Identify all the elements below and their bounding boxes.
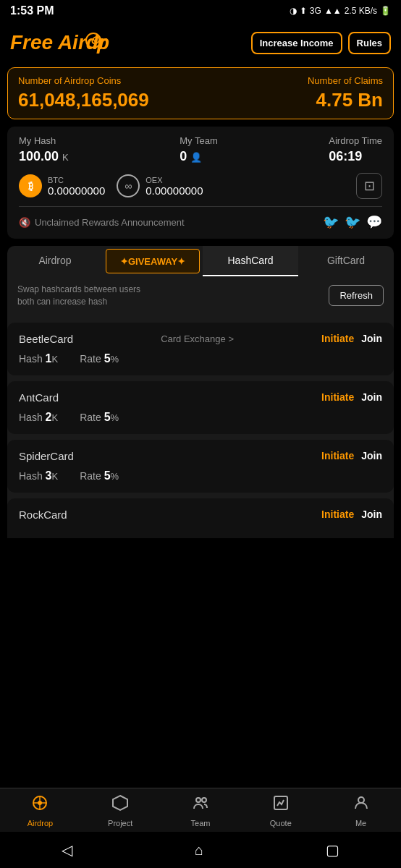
spider-rate-stat: Rate 5%: [80, 469, 119, 482]
btc-value: 0.00000000: [48, 184, 105, 197]
beetle-hash-stat: Hash 1K: [19, 352, 58, 365]
table-row: RockCard Initiate Join: [7, 498, 394, 538]
home-button[interactable]: ⌂: [195, 842, 203, 859]
back-button[interactable]: ◁: [62, 841, 72, 859]
oex-icon: ∞: [117, 174, 140, 197]
airdrop-coins-stat: Number of Airdrop Coins 61,048,165,069: [18, 75, 149, 111]
airdrop-coins-value: 61,048,165,069: [18, 89, 149, 111]
quote-nav-icon: [272, 794, 290, 816]
spider-hash-stat: Hash 3K: [19, 469, 58, 482]
svg-marker-8: [113, 796, 127, 810]
hashcard-area: Swap hashcards between usersboth can inc…: [7, 276, 394, 323]
wifi-icon: ▲▲: [324, 6, 342, 16]
twitter-icon-1[interactable]: 🐦: [323, 214, 339, 230]
nav-project-label: Project: [108, 819, 132, 827]
announcement-bar: 🔇 Unclaimed Rewards Announcement 🐦 🐦 💬: [19, 206, 382, 230]
beetle-initiate-button[interactable]: Initiate: [321, 333, 354, 344]
recent-button[interactable]: ▢: [326, 841, 339, 859]
airdrop-time-col: Airdrop Time 06:19: [329, 135, 382, 164]
me-nav-icon: [353, 794, 370, 816]
spider-card-name: SpiderCard: [19, 450, 74, 462]
my-hash-col: My Hash 100.00 K: [19, 135, 69, 164]
spider-join-button[interactable]: Join: [361, 450, 382, 461]
nav-me-label: Me: [355, 819, 366, 827]
status-time: 1:53 PM: [10, 4, 54, 17]
discord-icon[interactable]: 💬: [366, 214, 382, 230]
ant-rate-stat: Rate 5%: [80, 411, 119, 424]
crypto-row: ₿ BTC 0.00000000 ∞ OEX 0.00000000 ⊡: [19, 173, 382, 199]
claims-stat: Number of Claims 4.75 Bn: [308, 75, 383, 111]
team-nav-icon: [192, 794, 209, 816]
hashcard-desc-text: Swap hashcards between usersboth can inc…: [17, 284, 140, 308]
ant-card-stats: Hash 2K Rate 5%: [19, 411, 382, 424]
airdrop-nav-icon: [31, 794, 48, 816]
svg-point-7: [38, 801, 42, 805]
refresh-button[interactable]: Refresh: [329, 285, 384, 306]
nav-airdrop-label: Airdrop: [28, 819, 53, 827]
rock-card-actions: Initiate Join: [321, 509, 382, 520]
battery-icon: 🔋: [380, 6, 391, 16]
table-row: BeetleCard Card Exchange > Initiate Join…: [7, 323, 394, 375]
header-buttons: Increase Income Rules: [251, 32, 391, 55]
timer-icon: ◑: [290, 6, 297, 16]
nav-me[interactable]: Me: [321, 794, 401, 827]
cards-list: BeetleCard Card Exchange > Initiate Join…: [7, 323, 394, 538]
svg-point-12: [358, 797, 364, 803]
stats-banner: Number of Airdrop Coins 61,048,165,069 N…: [7, 67, 394, 119]
rock-initiate-button[interactable]: Initiate: [321, 509, 354, 520]
header: Free Airdr ⊙ p Increase Income Rules: [0, 22, 401, 67]
oex-label: OEX: [145, 176, 203, 184]
claims-label: Number of Claims: [308, 75, 383, 86]
rock-join-button[interactable]: Join: [361, 509, 382, 520]
twitter-icon-2[interactable]: 🐦: [345, 214, 360, 230]
ant-hash-stat: Hash 2K: [19, 411, 58, 424]
social-icons: 🐦 🐦 💬: [323, 214, 382, 230]
svg-text:p: p: [96, 31, 109, 54]
ant-initiate-button[interactable]: Initiate: [321, 391, 354, 403]
spider-initiate-button[interactable]: Initiate: [321, 450, 354, 461]
btc-info: BTC 0.00000000: [48, 176, 105, 197]
my-team-value: 0 👤: [180, 149, 218, 164]
beetle-card-header: BeetleCard Card Exchange > Initiate Join: [19, 333, 382, 345]
app-logo: Free Airdr ⊙ p: [10, 26, 126, 60]
signal-icon: ⬆: [300, 6, 307, 16]
oex-value: 0.00000000: [145, 184, 203, 197]
network-icon: 3G: [310, 6, 321, 16]
project-nav-icon: [111, 794, 129, 816]
ant-join-button[interactable]: Join: [361, 391, 382, 403]
my-team-col: My Team 0 👤: [180, 135, 218, 164]
beetle-card-actions: Initiate Join: [321, 333, 382, 344]
beetle-card-stats: Hash 1K Rate 5%: [19, 352, 382, 365]
beetle-rate-stat: Rate 5%: [80, 352, 119, 365]
tab-giveaway[interactable]: ✦GIVEAWAY✦: [106, 249, 200, 273]
btc-label: BTC: [48, 176, 105, 184]
airdrop-time-value: 06:19: [329, 149, 382, 164]
wallet-icon[interactable]: ⊡: [356, 173, 382, 199]
card-exchange-label: Card Exchange >: [161, 333, 234, 344]
tabs-container: Airdrop ✦GIVEAWAY✦ HashCard GiftCard: [7, 246, 394, 276]
my-hash-label: My Hash: [19, 135, 69, 146]
spider-card-stats: Hash 3K Rate 5%: [19, 469, 382, 482]
beetle-join-button[interactable]: Join: [361, 333, 382, 344]
spider-card-header: SpiderCard Initiate Join: [19, 450, 382, 462]
rock-card-header: RockCard Initiate Join: [19, 509, 382, 521]
info-grid: My Hash 100.00 K My Team 0 👤 Airdrop Tim…: [19, 135, 382, 164]
spider-card-actions: Initiate Join: [321, 450, 382, 461]
announcement-text: 🔇 Unclaimed Rewards Announcement: [19, 217, 185, 228]
tab-giftcard[interactable]: GiftCard: [298, 246, 394, 276]
nav-quote[interactable]: Quote: [240, 794, 321, 827]
svg-point-9: [196, 798, 200, 802]
my-hash-value: 100.00 K: [19, 149, 69, 164]
bottom-nav: Airdrop Project Team Quote: [0, 788, 401, 832]
rules-button[interactable]: Rules: [348, 32, 391, 55]
tab-airdrop[interactable]: Airdrop: [7, 246, 103, 276]
android-nav: ◁ ⌂ ▢: [0, 832, 401, 868]
nav-team[interactable]: Team: [161, 794, 241, 827]
increase-income-button[interactable]: Increase Income: [251, 32, 342, 55]
hashcard-description-row: Swap hashcards between usersboth can inc…: [17, 284, 384, 308]
nav-project[interactable]: Project: [80, 794, 161, 827]
svg-point-10: [202, 798, 206, 802]
nav-airdrop[interactable]: Airdrop: [0, 794, 80, 827]
btc-icon: ₿: [19, 174, 42, 197]
tab-hashcard[interactable]: HashCard: [203, 246, 298, 276]
